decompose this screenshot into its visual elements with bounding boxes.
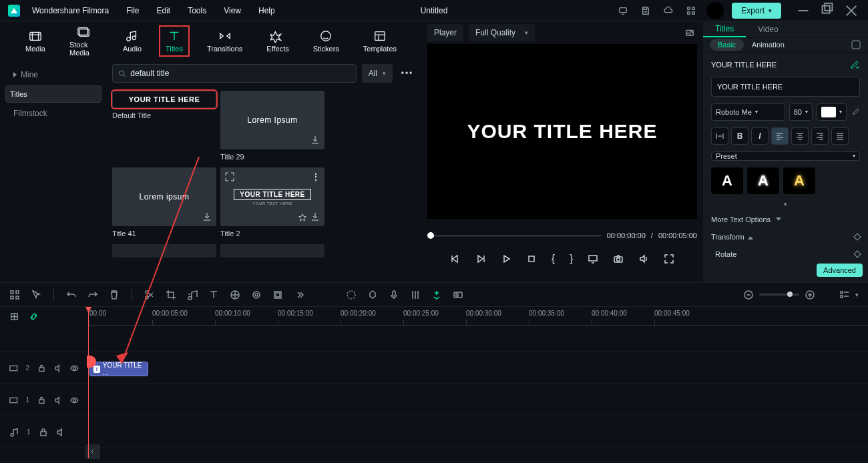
zoom-slider[interactable]	[759, 294, 799, 296]
title-card-2[interactable]: YOUR TITLE HERE YOUR TEXT HERE ⋮ Title 2	[220, 167, 324, 238]
mark-out-icon[interactable]: }	[570, 253, 573, 265]
subtab-basic[interactable]: Basic	[710, 39, 744, 51]
align-justify-button[interactable]	[831, 127, 849, 145]
timeline-ruler[interactable]: 00:00 00:00:05:00 00:00:10:00 00:00:15:0…	[88, 307, 868, 326]
advanced-button[interactable]: Advanced	[817, 264, 863, 277]
lock-icon[interactable]	[37, 364, 46, 373]
title-card-default[interactable]: YOUR TITLE HERE Default Title	[112, 91, 216, 161]
timeline-tool-icon[interactable]	[9, 312, 19, 322]
lock-icon[interactable]	[39, 428, 48, 437]
cloud-icon[interactable]	[661, 3, 676, 18]
save-icon[interactable]	[638, 3, 653, 18]
menu-edit[interactable]: Edit	[157, 6, 171, 15]
play-icon[interactable]	[501, 254, 511, 264]
sidebar-item-mine[interactable]: Mine	[5, 64, 101, 85]
ai-edit-icon[interactable]: AI	[849, 59, 860, 70]
audio-track-icon[interactable]	[9, 428, 19, 437]
preset-2[interactable]: A	[747, 167, 779, 194]
eyedropper-icon[interactable]	[851, 107, 860, 117]
align-right-button[interactable]	[811, 127, 829, 145]
scrubber-track[interactable]	[427, 235, 602, 237]
marker1-icon[interactable]	[346, 290, 357, 300]
close-button[interactable]	[843, 3, 860, 18]
adjust-icon[interactable]	[251, 290, 262, 300]
mixer-icon[interactable]	[410, 290, 421, 300]
preset-1[interactable]: A	[711, 167, 743, 194]
player-dropdown[interactable]: Player	[427, 24, 463, 41]
camera-icon[interactable]	[613, 254, 624, 264]
expand-presets[interactable]: ▾	[711, 201, 860, 207]
zoom-in-icon[interactable]	[805, 290, 815, 300]
device-icon[interactable]	[616, 3, 630, 18]
download-icon[interactable]	[202, 211, 212, 222]
color-tool-icon[interactable]	[230, 290, 240, 300]
title-card-29[interactable]: Lorem Ipsum Title 29	[220, 91, 324, 161]
inspector-tab-titles[interactable]: Titles	[703, 21, 746, 37]
zoom-out-icon[interactable]	[743, 290, 754, 300]
link-icon[interactable]	[29, 312, 39, 322]
mic-icon[interactable]	[389, 290, 399, 300]
bold-button[interactable]: B	[731, 127, 748, 145]
sidebar-item-titles[interactable]: Titles	[5, 85, 101, 103]
timeline-view-icon[interactable]	[839, 290, 850, 300]
tab-stock-media[interactable]: Stock Media	[64, 23, 104, 59]
mute-icon[interactable]	[56, 428, 65, 437]
color-picker[interactable]: ▾	[817, 103, 847, 121]
tab-templates[interactable]: Templates	[358, 27, 402, 55]
video-track-icon[interactable]	[9, 396, 18, 405]
text-tool-icon[interactable]	[208, 290, 219, 300]
spacing-button[interactable]	[711, 127, 728, 145]
italic-button[interactable]: I	[751, 127, 769, 145]
download-icon[interactable]	[310, 211, 320, 222]
quality-dropdown[interactable]: Full Quality▾	[469, 24, 535, 41]
favorite-icon[interactable]	[298, 213, 307, 222]
volume-icon[interactable]	[638, 254, 649, 264]
tab-transitions[interactable]: Transitions	[202, 27, 248, 55]
select-tool-icon[interactable]	[9, 290, 20, 300]
align-center-button[interactable]	[791, 127, 809, 145]
download-icon[interactable]	[310, 135, 320, 145]
mute-icon[interactable]	[54, 364, 63, 373]
more-tools-icon[interactable]	[294, 290, 304, 300]
export-button[interactable]: Export▾	[732, 3, 781, 19]
delete-icon[interactable]	[109, 290, 120, 300]
video-track-icon[interactable]	[9, 364, 18, 373]
maximize-button[interactable]	[819, 3, 836, 18]
visibility-icon[interactable]	[70, 396, 79, 405]
visibility-icon[interactable]	[70, 364, 79, 373]
redo-icon[interactable]	[87, 290, 98, 300]
expand-icon[interactable]	[224, 171, 235, 182]
tab-stickers[interactable]: Stickers	[308, 27, 345, 55]
marker2-icon[interactable]	[367, 290, 378, 300]
minimize-button[interactable]	[795, 3, 812, 18]
transform-section[interactable]: Transform	[711, 232, 860, 242]
render-icon[interactable]	[453, 290, 463, 300]
sidebar-item-filmstock[interactable]: Filmstock	[5, 103, 101, 124]
tab-effects[interactable]: Effects	[261, 27, 294, 55]
preset-dropdown[interactable]: Preset▾	[711, 151, 860, 161]
stop-icon[interactable]	[526, 254, 537, 264]
title-clip[interactable]: T YOUR TITLE ...	[89, 362, 148, 376]
menu-view[interactable]: View	[224, 6, 241, 15]
font-family-select[interactable]: Roboto Me▾	[711, 103, 785, 121]
tab-audio[interactable]: Audio	[118, 27, 147, 55]
tab-media[interactable]: Media	[20, 27, 51, 55]
mark-in-icon[interactable]: {	[552, 253, 555, 265]
split-icon[interactable]	[144, 290, 155, 300]
pointer-tool-icon[interactable]	[31, 290, 41, 300]
lock-icon[interactable]	[37, 396, 46, 405]
search-input[interactable]	[112, 64, 357, 83]
title-card-41[interactable]: Lorem ipsum Title 41	[112, 167, 216, 238]
keyframe-icon[interactable]	[853, 250, 861, 258]
display-icon[interactable]	[588, 254, 598, 264]
menu-file[interactable]: File	[126, 6, 139, 15]
menu-tools[interactable]: Tools	[188, 6, 206, 15]
card-menu-icon[interactable]: ⋮	[311, 171, 321, 182]
scrubber-handle[interactable]	[427, 232, 434, 239]
avatar[interactable]	[706, 2, 724, 19]
align-left-button[interactable]	[771, 127, 789, 145]
preset-3[interactable]: A	[783, 167, 815, 194]
tab-titles[interactable]: Titles	[160, 27, 188, 55]
preview-viewport[interactable]: YOUR TITLE HERE	[427, 44, 697, 219]
more-options-icon[interactable]: •••	[398, 69, 417, 78]
